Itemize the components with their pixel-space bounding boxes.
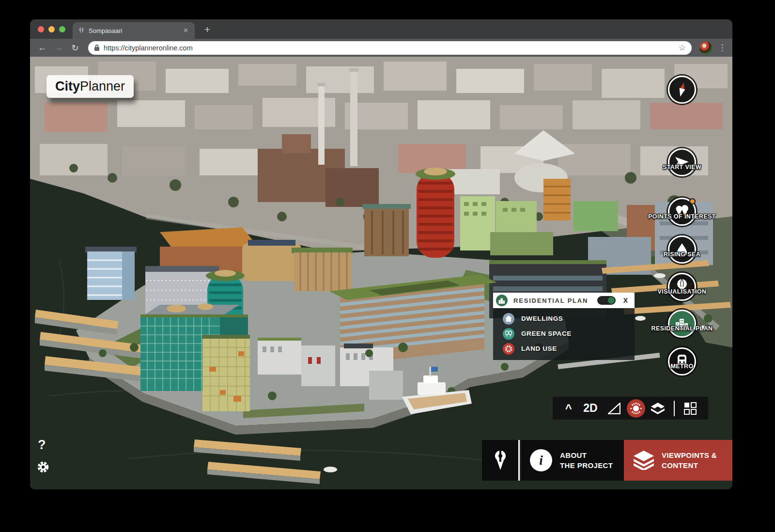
house-icon (503, 313, 514, 325)
red-tower (416, 168, 455, 258)
wooden-tower (362, 204, 411, 256)
logo-bold-part: City (55, 79, 80, 94)
residential-plan-panel: RESIDENTIAL PLAN X DWELLINGS (493, 293, 635, 360)
cityplanner-logo: CityPlanner (46, 75, 134, 98)
panel-close-button[interactable]: X (621, 296, 630, 305)
viewport-grid-button[interactable] (680, 402, 701, 415)
lock-icon (94, 44, 100, 51)
layer-item-green-space[interactable]: GREEN SPACE (493, 326, 635, 341)
residential-plan-toggle[interactable] (597, 296, 616, 305)
layer-item-label: LAND USE (521, 345, 557, 352)
visualisation-button[interactable] (668, 273, 696, 301)
compass-button[interactable] (668, 76, 696, 104)
start-view-label: START VIEW (624, 164, 732, 171)
logo-light-part: Planner (80, 79, 125, 94)
help-button[interactable]: ? (38, 438, 46, 453)
layer-item-label: GREEN SPACE (521, 330, 572, 337)
back-button[interactable]: ← (35, 43, 49, 53)
wood-slat-building (292, 248, 353, 291)
residential-plan-panel-icon (496, 295, 508, 306)
url-bar[interactable]: https://cityplanneronline.com ☆ (88, 41, 692, 55)
tan-building (242, 240, 301, 281)
set-square-icon (608, 403, 620, 414)
locate-pin-button[interactable] (482, 440, 520, 481)
map-tile-icon (651, 402, 665, 415)
layer-item-dwellings[interactable]: DWELLINGS (493, 311, 635, 326)
compass-needle-icon (673, 81, 691, 98)
about-line2: THE PROJECT (560, 460, 613, 470)
close-window-button[interactable] (38, 26, 44, 32)
about-project-button[interactable]: i ABOUT THE PROJECT (521, 440, 624, 481)
tab-favicon-pin-icon (78, 27, 84, 34)
grid-layout-icon (684, 402, 697, 415)
basemap-button[interactable] (647, 402, 669, 415)
profile-avatar[interactable] (699, 42, 712, 54)
cityplanner-pin-icon (493, 450, 508, 470)
viewpoints-content-button[interactable]: VIEWPOINTS & CONTENT (624, 440, 732, 481)
browser-toolbar: ← → ↻ https://cityplanneronline.com ☆ ⋮ (30, 39, 732, 57)
reload-button[interactable]: ↻ (68, 43, 82, 53)
2d-mode-button[interactable]: 2D (578, 402, 604, 415)
land-use-wheel-icon (503, 343, 514, 355)
gear-icon (36, 460, 50, 474)
layers-stack-icon (634, 451, 654, 470)
sun-shadow-button[interactable] (625, 399, 647, 418)
layer-item-land-use[interactable]: LAND USE (493, 341, 635, 356)
toolbar-divider (674, 401, 675, 416)
browser-tab[interactable]: Sompasaari × (73, 22, 195, 39)
info-icon: i (530, 449, 552, 471)
metro-label: METRO (624, 363, 732, 370)
viewpoints-line2: CONTENT (662, 460, 717, 470)
blue-glass-tower (85, 247, 137, 300)
city-3d-scene[interactable] (30, 57, 732, 489)
poi-notification-badge (689, 198, 696, 204)
sun-icon (630, 402, 642, 415)
panel-header: RESIDENTIAL PLAN X (493, 293, 635, 308)
metro-button[interactable] (668, 347, 696, 376)
start-view-button[interactable] (668, 148, 696, 176)
points-of-interest-label: POINTS OF INTEREST (624, 213, 732, 220)
measure-tool-button[interactable] (603, 403, 625, 414)
minimize-window-button[interactable] (48, 26, 55, 32)
residential-plan-label: RESIDENTIAL PLAN (624, 325, 732, 332)
layer-item-label: DWELLINGS (521, 315, 563, 322)
bookmark-star-icon[interactable]: ☆ (679, 43, 686, 53)
forward-button[interactable]: → (51, 43, 66, 53)
toggle-knob (608, 297, 615, 304)
settings-gear-button[interactable] (36, 460, 50, 476)
panel-layer-list: DWELLINGS GREEN SPACE (493, 308, 635, 360)
collapse-toolbar-button[interactable]: ^ (559, 401, 578, 416)
residential-plan-button[interactable] (668, 310, 696, 338)
browser-menu-icon[interactable]: ⋮ (717, 43, 728, 53)
rising-sea-button[interactable] (668, 235, 696, 264)
trees-icon (503, 328, 514, 340)
new-tab-button[interactable]: + (201, 23, 214, 37)
browser-window: Sompasaari × + ← → ↻ https://cityplanner… (30, 19, 732, 489)
map-toolbar: ^ 2D (553, 397, 708, 420)
rising-sea-label: RISING SEA (624, 251, 732, 258)
sun-button-background (627, 399, 645, 418)
yellow-grid-tower (202, 335, 250, 411)
about-line1: ABOUT (560, 450, 613, 460)
visualisation-label: VISUALISATION (624, 288, 732, 295)
map-viewport: CityPlanner START VIEW POINTS OF INTER (30, 57, 732, 489)
browser-titlebar: Sompasaari × + (30, 19, 732, 39)
tab-title: Sompasaari (89, 27, 183, 34)
viewpoints-line1: VIEWPOINTS & (662, 450, 717, 460)
points-of-interest-button[interactable] (668, 198, 696, 226)
zoom-window-button[interactable] (59, 26, 65, 32)
url-text: https://cityplanneronline.com (104, 44, 679, 52)
tab-close-icon[interactable]: × (183, 26, 189, 35)
panel-title: RESIDENTIAL PLAN (513, 297, 597, 304)
